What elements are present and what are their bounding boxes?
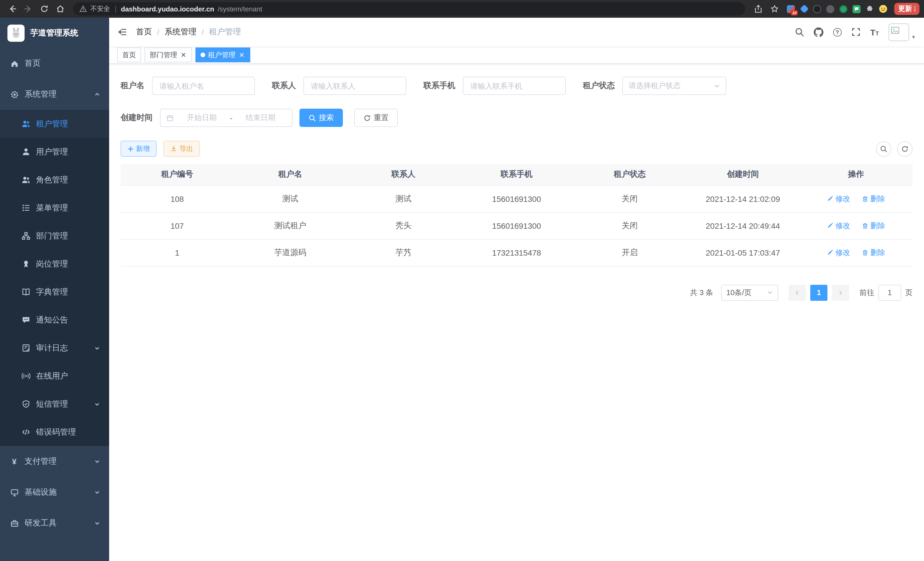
show-search-icon-button[interactable] xyxy=(876,141,891,156)
sidebar-toggle-icon[interactable] xyxy=(109,18,136,46)
close-icon[interactable] xyxy=(180,51,187,58)
sidebar-item-tenant[interactable]: 租户管理 xyxy=(0,110,109,138)
tab-dept[interactable]: 部门管理 xyxy=(145,47,192,62)
create-time-range-picker[interactable]: 开始日期 - 结束日期 xyxy=(160,109,292,127)
sidebar-item-notice[interactable]: 通知公告 xyxy=(0,306,109,334)
header-search-icon[interactable] xyxy=(795,27,804,37)
home-icon xyxy=(10,59,19,68)
table-header-row: 租户编号 租户名 联系人 联系手机 租户状态 创建时间 操作 xyxy=(121,164,913,185)
sidebar-item-sms[interactable]: 短信管理 xyxy=(0,390,109,418)
avatar-broken-image-icon xyxy=(889,23,909,41)
chevron-down-icon xyxy=(714,83,720,89)
bookmark-star-icon[interactable] xyxy=(767,2,782,16)
address-bar[interactable]: 不安全 dashboard.yudao.iocoder.cn /system/t… xyxy=(73,2,745,15)
tab-home[interactable]: 首页 xyxy=(117,47,141,62)
create-time-label: 创建时间 xyxy=(121,113,153,123)
sidebar-item-menu[interactable]: 菜单管理 xyxy=(0,194,109,222)
logo-avatar xyxy=(8,24,25,41)
status-label: 租户状态 xyxy=(583,81,615,91)
github-icon[interactable] xyxy=(814,27,824,37)
contact-label: 联系人 xyxy=(272,81,296,91)
edit-button[interactable]: 修改 xyxy=(827,194,850,204)
sidebar-item-dev-tools[interactable]: 研发工具 xyxy=(0,508,109,539)
extension-badge: 10 xyxy=(791,10,798,15)
contact-input[interactable] xyxy=(303,77,406,95)
sidebar-item-dict[interactable]: 字典管理 xyxy=(0,278,109,306)
current-page-button[interactable]: 1 xyxy=(810,284,827,301)
page-size-select[interactable]: 10条/页 xyxy=(721,284,778,301)
edit-button[interactable]: 修改 xyxy=(827,220,850,231)
extension-blue-icon[interactable] xyxy=(800,4,808,14)
prev-page-button[interactable] xyxy=(789,284,806,301)
phone-label: 联系手机 xyxy=(423,81,455,91)
add-button[interactable]: 新增 xyxy=(121,141,157,157)
users-icon xyxy=(21,119,30,128)
tags-view: 首页 部门管理 租户管理 xyxy=(109,46,924,64)
caret-down-icon: ▼ xyxy=(911,35,916,41)
delete-button[interactable]: 删除 xyxy=(862,247,885,258)
refresh-icon-button[interactable] xyxy=(897,141,913,156)
fullscreen-icon[interactable] xyxy=(851,27,861,37)
start-date-placeholder: 开始日期 xyxy=(176,113,228,123)
extension-blocker-icon[interactable]: 10 xyxy=(786,4,795,14)
system-submenu: 租户管理 用户管理 角色管理 菜单管理 xyxy=(0,110,109,446)
sidebar-item-dept[interactable]: 部门管理 xyxy=(0,222,109,250)
breadcrumb: 首页 / 系统管理 / 租户管理 xyxy=(136,27,241,37)
yen-icon xyxy=(10,457,19,466)
filter-row-1: 租户名 联系人 联系手机 租户状态 请选择租户状态 xyxy=(121,77,913,95)
status-select[interactable]: 请选择租户状态 xyxy=(622,77,726,95)
end-date-placeholder: 结束日期 xyxy=(235,113,286,123)
edit-button[interactable]: 修改 xyxy=(827,247,850,258)
breadcrumb-home[interactable]: 首页 xyxy=(136,27,152,37)
list-icon xyxy=(21,203,30,212)
breadcrumb-system[interactable]: 系统管理 xyxy=(165,27,196,37)
chevron-down-icon xyxy=(94,459,100,464)
sidebar-item-system[interactable]: 系统管理 xyxy=(0,79,109,110)
table-row: 108 测试 测试 15601691300 关闭 2021-12-14 21:0… xyxy=(121,185,913,212)
tenant-name-input[interactable] xyxy=(152,77,255,95)
forward-icon[interactable] xyxy=(21,2,35,16)
pagination: 共 3 条 10条/页 1 前往 xyxy=(121,284,913,301)
sidebar-item-payment[interactable]: 支付管理 xyxy=(0,446,109,477)
sidebar-item-audit-log[interactable]: 审计日志 xyxy=(0,334,109,362)
delete-button[interactable]: 删除 xyxy=(862,194,885,204)
people-icon xyxy=(21,175,30,184)
export-button[interactable]: 导出 xyxy=(164,141,200,157)
reload-icon[interactable] xyxy=(37,2,51,16)
extension-gray-icon[interactable] xyxy=(826,4,835,14)
extension-chat-icon[interactable] xyxy=(852,4,861,14)
delete-button[interactable]: 删除 xyxy=(862,220,885,231)
help-icon[interactable] xyxy=(833,28,842,36)
chevron-down-icon xyxy=(94,345,100,351)
reset-button[interactable]: 重置 xyxy=(354,109,398,127)
font-size-icon[interactable] xyxy=(870,28,879,36)
search-button[interactable]: 搜索 xyxy=(299,109,343,127)
sidebar-item-user[interactable]: 用户管理 xyxy=(0,138,109,166)
chevron-down-icon xyxy=(94,401,100,407)
next-page-button[interactable] xyxy=(832,284,849,301)
close-icon[interactable] xyxy=(238,51,245,58)
total-count: 共 3 条 xyxy=(690,287,713,298)
sidebar-item-infrastructure[interactable]: 基础设施 xyxy=(0,477,109,508)
sidebar-item-error-code[interactable]: 错误码管理 xyxy=(0,418,109,446)
badge-icon xyxy=(21,259,30,268)
gear-icon xyxy=(10,90,19,99)
extension-green-circle-icon[interactable] xyxy=(839,4,848,14)
book-icon xyxy=(21,287,30,296)
user-icon xyxy=(21,147,30,156)
home-icon[interactable] xyxy=(52,2,68,16)
browser-profile-avatar[interactable] xyxy=(878,4,887,14)
extension-dark-icon[interactable] xyxy=(813,4,822,14)
sidebar-item-online-users[interactable]: 在线用户 xyxy=(0,362,109,390)
share-icon[interactable] xyxy=(751,2,766,16)
sidebar-item-home[interactable]: 首页 xyxy=(0,48,109,79)
back-icon[interactable] xyxy=(4,2,20,16)
update-button[interactable]: 更新 xyxy=(894,3,920,15)
sidebar-item-role[interactable]: 角色管理 xyxy=(0,166,109,194)
goto-page-input[interactable] xyxy=(878,284,901,301)
tab-tenant[interactable]: 租户管理 xyxy=(195,47,250,62)
phone-input[interactable] xyxy=(463,77,566,95)
user-avatar[interactable]: ▼ xyxy=(889,23,916,41)
sidebar-item-post[interactable]: 岗位管理 xyxy=(0,250,109,278)
extensions-puzzle-icon[interactable] xyxy=(865,4,874,14)
